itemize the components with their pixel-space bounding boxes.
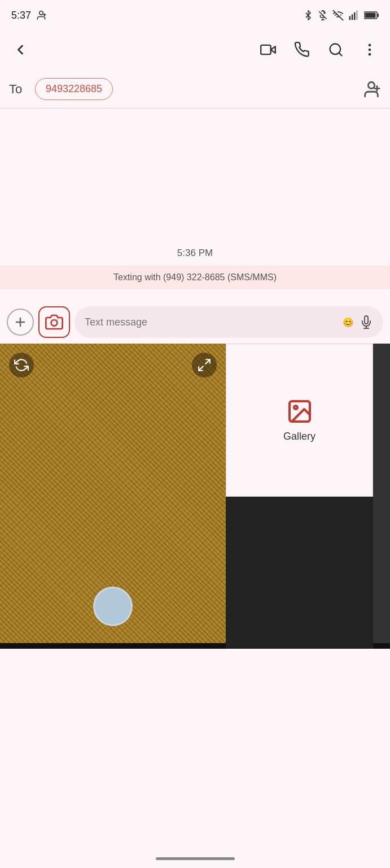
app-bar — [0, 29, 390, 70]
bluetooth-icon — [303, 10, 313, 20]
svg-rect-12 — [365, 13, 376, 18]
gallery-label: Gallery — [283, 431, 315, 442]
capture-photo-button[interactable] — [93, 587, 133, 626]
person-alert-icon — [36, 10, 47, 21]
recipient-chip[interactable]: 9493228685 — [35, 78, 113, 100]
svg-rect-6 — [349, 16, 351, 20]
camera-toggle-button[interactable] — [38, 306, 70, 338]
status-icons-right — [303, 10, 379, 21]
svg-point-19 — [369, 53, 371, 56]
svg-point-18 — [369, 49, 371, 51]
svg-rect-14 — [261, 45, 271, 54]
back-button[interactable] — [9, 38, 32, 61]
sms-notice: Texting with (949) 322-8685 (SMS/MMS) — [0, 266, 390, 289]
mute-icon — [318, 10, 328, 20]
mic-button[interactable] — [360, 315, 373, 329]
svg-point-20 — [368, 82, 374, 88]
gallery-icon — [286, 398, 313, 425]
back-button-container[interactable] — [9, 38, 32, 61]
message-area: 5:36 PM Texting with (949) 322-8685 (SMS… — [0, 108, 390, 301]
app-bar-actions — [257, 38, 381, 61]
expand-camera-button[interactable] — [192, 353, 217, 377]
camera-preview — [0, 344, 226, 643]
to-row: To 9493228685 — [0, 70, 390, 108]
svg-rect-7 — [352, 14, 353, 20]
status-bar: 5:37 — [0, 0, 390, 29]
phone-button[interactable] — [291, 38, 313, 61]
battery-icon — [364, 11, 379, 19]
flip-camera-button[interactable] — [9, 353, 34, 377]
timestamp: 5:36 PM — [177, 248, 213, 259]
more-options-button[interactable] — [358, 38, 381, 61]
svg-point-17 — [369, 44, 371, 47]
input-row: 😊 — [0, 301, 390, 344]
svg-point-29 — [294, 406, 297, 409]
to-label: To — [9, 82, 26, 97]
text-message-input[interactable] — [85, 316, 337, 328]
svg-point-0 — [40, 11, 43, 15]
svg-point-25 — [51, 320, 58, 326]
right-strip — [373, 344, 390, 643]
svg-rect-8 — [354, 12, 356, 20]
text-input-wrapper[interactable]: 😊 — [75, 306, 383, 338]
video-call-button[interactable] — [257, 38, 279, 61]
add-attachment-button[interactable] — [7, 309, 34, 336]
svg-marker-13 — [271, 46, 275, 53]
svg-line-16 — [339, 53, 341, 55]
gallery-panel[interactable]: Gallery — [226, 344, 373, 497]
add-contact-button[interactable] — [362, 80, 381, 99]
svg-rect-11 — [378, 14, 379, 17]
signal-icon — [348, 10, 360, 21]
status-time: 5:37 — [11, 10, 31, 21]
svg-rect-9 — [356, 11, 358, 20]
search-button[interactable] — [325, 38, 347, 61]
media-section: Gallery — [0, 344, 390, 649]
wifi-icon — [332, 10, 344, 21]
emoji-button[interactable]: 😊 — [343, 317, 354, 328]
home-indicator — [156, 857, 235, 860]
status-left: 5:37 — [11, 10, 47, 21]
